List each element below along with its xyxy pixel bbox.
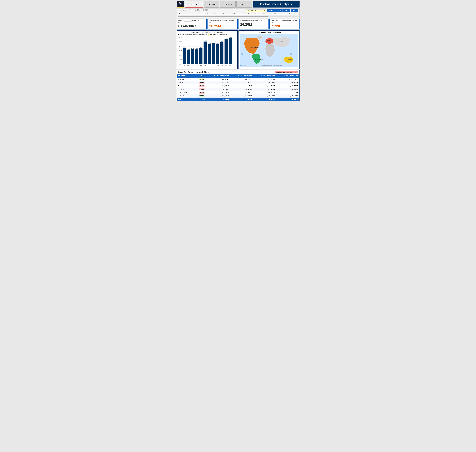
svg-text:1.5M: 1.5M (179, 50, 182, 52)
svg-text:Jan: Jan (183, 65, 185, 66)
footer-m6: 19,650,961.12 (276, 98, 299, 101)
customers-filter-button[interactable]: Customers ▾ (204, 1, 219, 7)
timeline-scrollbar[interactable] (178, 16, 298, 17)
svg-rect-22 (199, 48, 202, 64)
year-2014-btn[interactable]: 2014 (291, 9, 298, 12)
kpi-value-3: 7.72K (271, 24, 298, 28)
svg-text:Ocean: Ocean (261, 55, 263, 56)
currency-label: Currency (224, 3, 231, 5)
svg-text:AFRICA: AFRICA (268, 50, 271, 52)
cell-m6: 1,833,478.35 (276, 84, 299, 88)
table-header: COUNTRY %Sales TOTAL SALES AMOUNT SALES … (177, 74, 299, 78)
svg-text:2.40M: 2.40M (212, 41, 215, 43)
kpi-card-currency: Sales Per converted toUSD No Cueerncy... (177, 19, 207, 29)
cell-pct: 35.76% (194, 94, 206, 98)
kpi-card-total: Total Sales Amount converted to USD 26.2… (238, 19, 269, 29)
granularity-m[interactable]: M (181, 9, 182, 11)
legend-all-currencies: Total Sales Amount of ALL Currencies con… (179, 34, 207, 35)
timeline-bar[interactable] (178, 14, 298, 15)
map-title: Total Products Sold in Worldwide (240, 32, 298, 33)
svg-text:Aug: Aug (212, 65, 214, 66)
granularity-w[interactable]: W (183, 9, 184, 11)
cell-total: 1,453,611.88 (206, 81, 230, 84)
cell-pct: 5.54% (194, 81, 206, 84)
cell-total: 4,281,945.16 (206, 91, 230, 94)
svg-text:3.0M: 3.0M (179, 37, 182, 38)
kpi-value-0: No Cueerncy... (178, 24, 205, 27)
svg-text:Dec: Dec (229, 65, 231, 66)
cell-m1: 4,281,364.29 (230, 91, 253, 94)
bar-chart-legend: Total Sales Amount of ALL Currencies con… (178, 34, 236, 35)
svg-text:NORTH AMERICA: NORTH AMERICA (250, 47, 258, 48)
svg-text:Pacific: Pacific (241, 53, 243, 54)
cell-m3: 8,593,649.25 (253, 94, 276, 98)
country-filter-button[interactable]: Country ▾ (236, 1, 252, 7)
cell-pct: 9.49% (194, 84, 206, 88)
svg-text:2.48M: 2.48M (220, 41, 223, 42)
cell-country: France (177, 84, 194, 88)
svg-text:Ocean: Ocean (241, 54, 243, 55)
year-2012-btn[interactable]: 2012 (275, 9, 283, 12)
svg-text:2.0M: 2.0M (179, 46, 182, 47)
table-section: Sales Per Country through Time ALL Curre… (177, 70, 299, 101)
footer-label: Total (177, 98, 194, 101)
svg-text:Sep: Sep (217, 65, 219, 66)
customers-label: Customers (207, 3, 215, 5)
undo-icon: ↩ (189, 3, 190, 5)
cell-m6: 3,162,272.61 (276, 91, 299, 94)
svg-rect-26 (208, 44, 211, 64)
col-m3: SALES 3 MONTH AGO (253, 74, 276, 78)
svg-rect-16 (187, 50, 190, 64)
footer-m3: 24,126,968.39 (253, 98, 276, 101)
table-row: United States 35.76% 9,389,541.41 9,386,… (177, 94, 299, 98)
cell-m6: 4,677,774.38 (276, 78, 299, 81)
svg-text:Jun: Jun (204, 65, 206, 66)
svg-text:AUSTRALIA: AUSTRALIA (287, 59, 292, 60)
cell-m1: 2,783,946.61 (230, 88, 253, 91)
map-container: Total Products Sold in Worldwide Arctic … (238, 30, 299, 69)
table-row: United Kingdom 16.31% 4,281,945.16 4,281… (177, 91, 299, 94)
kpi-label-1: Total Sales Amount Last Month converted … (209, 20, 236, 23)
svg-text:1.0M: 1.0M (179, 55, 182, 56)
bar-chart-title: Please, Select Currency from Dropdown Me… (178, 32, 236, 33)
svg-text:Pacific: Pacific (290, 53, 292, 54)
year-2013-btn[interactable]: 2013 (283, 9, 290, 12)
svg-text:2.56M: 2.56M (204, 40, 206, 41)
svg-rect-34 (225, 39, 228, 64)
world-map-svg: Arctic Ocean Arctic Ocean Pacific Ocean … (240, 34, 298, 67)
svg-text:Nov: Nov (225, 65, 227, 66)
timeline-section: Y Q M W D Month Jan 2011 - Feb 2014 Exec… (177, 8, 299, 18)
svg-text:Ocean: Ocean (291, 42, 293, 43)
cell-total: 2,492,750.16 (206, 84, 230, 88)
granularity-d[interactable]: D (185, 9, 186, 11)
svg-text:Atlantic: Atlantic (260, 53, 263, 54)
cell-country: United Kingdom (177, 91, 194, 94)
table-header-row: Sales Per Country through Time ALL Curre… (177, 70, 299, 74)
cell-country: Germany (177, 88, 194, 91)
svg-text:May: May (200, 65, 202, 66)
cell-m6: 6,889,448.20 (276, 94, 299, 98)
svg-text:Jul: Jul (209, 65, 210, 66)
table-footer: Total 100.00% 26,260,602.62 26,252,886.2… (177, 98, 299, 101)
logo: 📡 Your Company (177, 1, 184, 7)
col-m1: SALES 1 MONTH AGO (230, 74, 253, 78)
granularity-q[interactable]: Q (179, 9, 180, 11)
table-row: France 9.49% 2,492,750.16 2,492,265.28 2… (177, 84, 299, 88)
scrollbar-thumb[interactable] (178, 16, 268, 17)
svg-text:1.82M: 1.82M (199, 47, 202, 48)
granularity-y[interactable]: Y (178, 9, 178, 11)
col-pct: %Sales (194, 74, 206, 78)
svg-text:Ocean: Ocean (290, 54, 292, 55)
cell-m3: 2,529,143.01 (253, 88, 276, 91)
kpi-value-1: 26.25M (209, 24, 236, 28)
clear-filters-button[interactable]: ↩ Clear Filters (185, 1, 203, 7)
currency-filter-button[interactable]: Currency ▾ (220, 1, 236, 7)
svg-text:RALIA: RALIA (243, 60, 245, 61)
year-2011-btn[interactable]: 2011 (267, 9, 275, 12)
col-total: TOTAL SALES AMOUNT (206, 74, 230, 78)
svg-rect-28 (212, 43, 215, 64)
cell-m6: 1,982,007.37 (276, 88, 299, 91)
svg-rect-20 (195, 49, 198, 64)
svg-text:EUROPE: EUROPE (267, 40, 271, 41)
svg-text:Oct: Oct (221, 65, 223, 66)
